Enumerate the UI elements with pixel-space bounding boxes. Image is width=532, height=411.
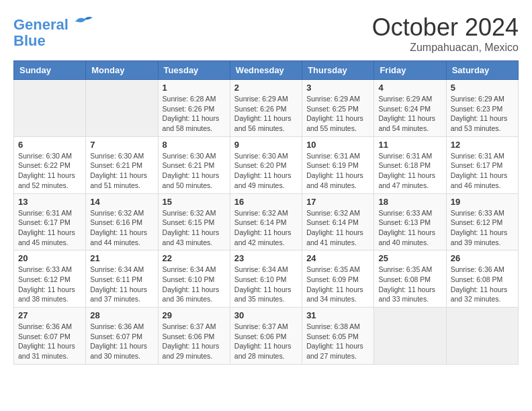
day-number: 12 <box>451 140 514 150</box>
day-info: Sunrise: 6:32 AM Sunset: 6:14 PM Dayligh… <box>234 208 298 248</box>
day-info: Sunrise: 6:37 AM Sunset: 6:06 PM Dayligh… <box>163 322 226 361</box>
weekday-header: Monday <box>86 61 158 80</box>
weekday-header: Saturday <box>446 61 518 80</box>
day-info: Sunrise: 6:36 AM Sunset: 6:07 PM Dayligh… <box>18 322 81 361</box>
calendar-cell: 18Sunrise: 6:33 AM Sunset: 6:13 PM Dayli… <box>374 193 446 250</box>
day-number: 14 <box>90 197 153 207</box>
day-info: Sunrise: 6:29 AM Sunset: 6:24 PM Dayligh… <box>378 94 441 134</box>
calendar-cell: 30Sunrise: 6:37 AM Sunset: 6:06 PM Dayli… <box>230 308 302 365</box>
day-number: 21 <box>90 253 153 263</box>
calendar-cell: 6Sunrise: 6:30 AM Sunset: 6:22 PM Daylig… <box>14 136 86 193</box>
calendar-cell: 15Sunrise: 6:32 AM Sunset: 6:15 PM Dayli… <box>158 193 230 250</box>
weekday-header: Thursday <box>302 61 374 80</box>
page-header: General Blue October 2024 Zumpahuacan, M… <box>13 13 519 54</box>
day-info: Sunrise: 6:31 AM Sunset: 6:18 PM Dayligh… <box>378 151 441 191</box>
day-info: Sunrise: 6:33 AM Sunset: 6:13 PM Dayligh… <box>378 208 441 248</box>
day-info: Sunrise: 6:33 AM Sunset: 6:12 PM Dayligh… <box>18 265 81 304</box>
day-info: Sunrise: 6:36 AM Sunset: 6:08 PM Dayligh… <box>451 265 514 304</box>
calendar-week-row: 13Sunrise: 6:31 AM Sunset: 6:17 PM Dayli… <box>14 193 519 250</box>
calendar-cell: 21Sunrise: 6:34 AM Sunset: 6:11 PM Dayli… <box>86 250 158 308</box>
calendar-cell: 16Sunrise: 6:32 AM Sunset: 6:14 PM Dayli… <box>230 193 302 250</box>
calendar-week-row: 27Sunrise: 6:36 AM Sunset: 6:07 PM Dayli… <box>14 308 519 365</box>
weekday-header: Sunday <box>14 61 86 80</box>
day-number: 11 <box>378 140 441 150</box>
calendar-cell <box>86 80 158 137</box>
calendar-cell: 4Sunrise: 6:29 AM Sunset: 6:24 PM Daylig… <box>374 80 446 137</box>
weekday-header: Wednesday <box>230 61 302 80</box>
day-number: 9 <box>234 140 298 150</box>
day-number: 6 <box>18 140 81 150</box>
calendar-cell: 14Sunrise: 6:32 AM Sunset: 6:16 PM Dayli… <box>86 193 158 250</box>
day-number: 4 <box>378 83 441 93</box>
day-number: 28 <box>90 310 153 320</box>
calendar-week-row: 1Sunrise: 6:28 AM Sunset: 6:26 PM Daylig… <box>14 80 519 137</box>
day-number: 8 <box>163 140 226 150</box>
weekday-header-row: SundayMondayTuesdayWednesdayThursdayFrid… <box>14 61 519 80</box>
calendar-week-row: 6Sunrise: 6:30 AM Sunset: 6:22 PM Daylig… <box>14 136 519 193</box>
calendar-cell: 10Sunrise: 6:31 AM Sunset: 6:19 PM Dayli… <box>302 136 374 193</box>
day-number: 31 <box>306 310 369 320</box>
day-number: 1 <box>163 83 226 93</box>
calendar-cell: 22Sunrise: 6:34 AM Sunset: 6:10 PM Dayli… <box>158 250 230 308</box>
calendar-cell: 2Sunrise: 6:29 AM Sunset: 6:26 PM Daylig… <box>230 80 302 137</box>
day-info: Sunrise: 6:30 AM Sunset: 6:22 PM Dayligh… <box>18 151 81 191</box>
day-number: 15 <box>163 197 226 207</box>
calendar-cell: 1Sunrise: 6:28 AM Sunset: 6:26 PM Daylig… <box>158 80 230 137</box>
day-number: 5 <box>451 83 514 93</box>
month-title: October 2024 <box>372 13 519 42</box>
day-info: Sunrise: 6:29 AM Sunset: 6:23 PM Dayligh… <box>451 94 514 134</box>
day-number: 29 <box>163 310 226 320</box>
calendar-cell: 8Sunrise: 6:30 AM Sunset: 6:21 PM Daylig… <box>158 136 230 193</box>
logo-blue: Blue <box>13 32 46 49</box>
day-info: Sunrise: 6:30 AM Sunset: 6:21 PM Dayligh… <box>90 151 153 191</box>
location: Zumpahuacan, Mexico <box>372 42 519 54</box>
day-number: 19 <box>451 197 514 207</box>
calendar-cell: 20Sunrise: 6:33 AM Sunset: 6:12 PM Dayli… <box>14 250 86 308</box>
day-info: Sunrise: 6:32 AM Sunset: 6:14 PM Dayligh… <box>306 208 369 248</box>
day-number: 10 <box>306 140 369 150</box>
calendar-cell: 19Sunrise: 6:33 AM Sunset: 6:12 PM Dayli… <box>446 193 518 250</box>
day-number: 7 <box>90 140 153 150</box>
logo-general: General <box>13 16 69 33</box>
calendar-cell: 24Sunrise: 6:35 AM Sunset: 6:09 PM Dayli… <box>302 250 374 308</box>
day-number: 27 <box>18 310 81 320</box>
day-info: Sunrise: 6:32 AM Sunset: 6:16 PM Dayligh… <box>90 208 153 248</box>
day-number: 13 <box>18 197 81 207</box>
day-info: Sunrise: 6:30 AM Sunset: 6:20 PM Dayligh… <box>234 151 298 191</box>
calendar-week-row: 20Sunrise: 6:33 AM Sunset: 6:12 PM Dayli… <box>14 250 519 308</box>
calendar-cell <box>446 308 518 365</box>
day-info: Sunrise: 6:28 AM Sunset: 6:26 PM Dayligh… <box>163 94 226 134</box>
day-info: Sunrise: 6:34 AM Sunset: 6:10 PM Dayligh… <box>163 265 226 304</box>
title-block: October 2024 Zumpahuacan, Mexico <box>372 13 519 54</box>
calendar-cell: 11Sunrise: 6:31 AM Sunset: 6:18 PM Dayli… <box>374 136 446 193</box>
calendar-cell: 26Sunrise: 6:36 AM Sunset: 6:08 PM Dayli… <box>446 250 518 308</box>
day-info: Sunrise: 6:35 AM Sunset: 6:09 PM Dayligh… <box>306 265 369 304</box>
calendar-table: SundayMondayTuesdayWednesdayThursdayFrid… <box>13 60 519 365</box>
day-info: Sunrise: 6:36 AM Sunset: 6:07 PM Dayligh… <box>90 322 153 361</box>
day-info: Sunrise: 6:33 AM Sunset: 6:12 PM Dayligh… <box>451 208 514 248</box>
day-number: 18 <box>378 197 441 207</box>
calendar-cell <box>374 308 446 365</box>
day-info: Sunrise: 6:29 AM Sunset: 6:25 PM Dayligh… <box>306 94 369 134</box>
day-info: Sunrise: 6:35 AM Sunset: 6:08 PM Dayligh… <box>378 265 441 304</box>
day-info: Sunrise: 6:32 AM Sunset: 6:15 PM Dayligh… <box>163 208 226 248</box>
day-number: 2 <box>234 83 298 93</box>
day-info: Sunrise: 6:29 AM Sunset: 6:26 PM Dayligh… <box>234 94 298 134</box>
day-info: Sunrise: 6:31 AM Sunset: 6:17 PM Dayligh… <box>451 151 514 191</box>
day-number: 26 <box>451 253 514 263</box>
day-number: 16 <box>234 197 298 207</box>
calendar-cell: 12Sunrise: 6:31 AM Sunset: 6:17 PM Dayli… <box>446 136 518 193</box>
day-number: 24 <box>306 253 369 263</box>
calendar-cell: 5Sunrise: 6:29 AM Sunset: 6:23 PM Daylig… <box>446 80 518 137</box>
day-number: 30 <box>234 310 298 320</box>
calendar-cell: 17Sunrise: 6:32 AM Sunset: 6:14 PM Dayli… <box>302 193 374 250</box>
calendar-cell: 9Sunrise: 6:30 AM Sunset: 6:20 PM Daylig… <box>230 136 302 193</box>
calendar-cell <box>14 80 86 137</box>
day-info: Sunrise: 6:37 AM Sunset: 6:06 PM Dayligh… <box>234 322 298 361</box>
calendar-cell: 7Sunrise: 6:30 AM Sunset: 6:21 PM Daylig… <box>86 136 158 193</box>
day-number: 23 <box>234 253 298 263</box>
day-number: 17 <box>306 197 369 207</box>
weekday-header: Friday <box>374 61 446 80</box>
day-info: Sunrise: 6:31 AM Sunset: 6:17 PM Dayligh… <box>18 208 81 248</box>
day-info: Sunrise: 6:31 AM Sunset: 6:19 PM Dayligh… <box>306 151 369 191</box>
